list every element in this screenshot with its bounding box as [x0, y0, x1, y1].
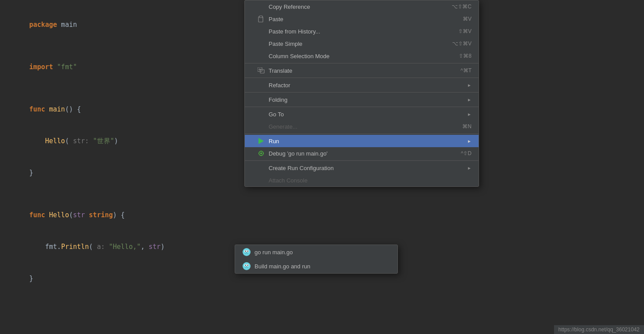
paste-simple-icon [257, 40, 265, 48]
debug-icon [257, 149, 265, 157]
svg-point-30 [247, 267, 248, 268]
context-menu: Copy Reference ⌥⇧⌘C Paste ⌘V Paste from … [244, 0, 479, 187]
separator-5 [245, 134, 479, 134]
svg-point-18 [247, 251, 248, 252]
menu-item-folding[interactable]: Folding ► [245, 93, 479, 106]
menu-item-attach-console[interactable]: Attach Console [245, 174, 479, 186]
go-to-icon [257, 110, 265, 118]
run-play-icon [257, 137, 265, 145]
url-bar: https://blog.csdn.net/qq_36021042 [554, 325, 644, 334]
svg-point-26 [245, 265, 246, 266]
run-arrow: ► [467, 139, 472, 144]
separator-4 [245, 107, 479, 107]
menu-item-debug[interactable]: Debug 'go run main.go' ^⇧D [245, 147, 479, 160]
menu-item-run[interactable]: Run ► [245, 135, 479, 147]
svg-point-8 [260, 152, 262, 154]
separator-2 [245, 78, 479, 78]
svg-point-20 [245, 253, 247, 254]
menu-item-generate[interactable]: Generate... ⌘N [245, 120, 479, 133]
code-line-8 [13, 189, 631, 199]
menu-item-go-to[interactable]: Go To ► [245, 108, 479, 120]
svg-rect-1 [259, 16, 262, 18]
menu-item-paste-simple[interactable]: Paste Simple ⌥⇧⌘V [245, 37, 479, 50]
separator-1 [245, 63, 479, 63]
refactor-arrow: ► [467, 83, 472, 88]
gopher-icon-2 [242, 262, 251, 271]
separator-6 [245, 160, 479, 161]
folding-icon [257, 96, 265, 104]
column-selection-icon [257, 52, 265, 60]
refactor-icon [257, 81, 265, 89]
submenu-item-build-main[interactable]: Build main.go and run [235, 259, 397, 273]
menu-item-paste[interactable]: Paste ⌘V [245, 13, 479, 25]
menu-item-translate[interactable]: Translate ^⌘T [245, 64, 479, 77]
copy-reference-icon [257, 3, 265, 11]
menu-item-create-run-config[interactable]: Create Run Configuration ► [245, 162, 479, 174]
generate-icon [257, 122, 265, 130]
create-run-config-arrow: ► [467, 166, 472, 171]
svg-point-21 [247, 253, 248, 254]
code-line-9: func Hello(str string) { [13, 199, 631, 231]
go-to-arrow: ► [467, 112, 472, 117]
menu-item-column-selection[interactable]: Column Selection Mode ⇧⌘8 [245, 50, 479, 62]
attach-console-icon [257, 176, 265, 184]
submenu-item-go-run-main[interactable]: go run main.go [235, 245, 397, 259]
menu-item-refactor[interactable]: Refactor ► [245, 79, 479, 91]
menu-item-paste-history[interactable]: Paste from History... ⇧⌘V [245, 25, 479, 37]
folding-arrow: ► [467, 97, 472, 102]
translate-icon [257, 67, 265, 74]
menu-item-copy-reference[interactable]: Copy Reference ⌥⇧⌘C [245, 0, 479, 13]
svg-point-29 [245, 267, 247, 268]
svg-point-17 [245, 251, 246, 252]
svg-point-27 [247, 265, 248, 266]
create-run-config-icon [257, 164, 265, 172]
gopher-icon-1 [242, 248, 251, 256]
run-submenu: go run main.go Build main.go and run [235, 245, 398, 274]
separator-3 [245, 92, 479, 93]
paste-icon [257, 15, 265, 23]
paste-history-icon [257, 27, 265, 35]
svg-marker-6 [258, 138, 264, 144]
